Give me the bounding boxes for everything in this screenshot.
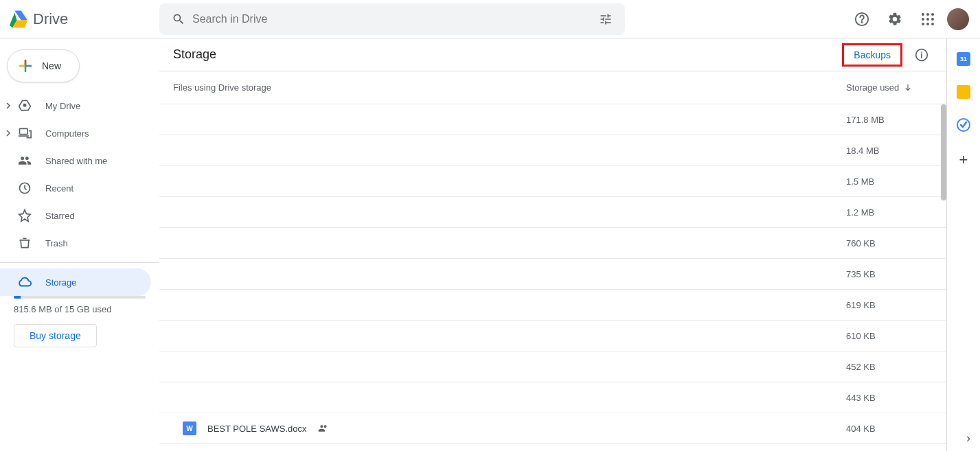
help-icon[interactable] (848, 5, 876, 33)
file-size: 1.5 MB (846, 176, 935, 187)
word-file-icon: W (183, 421, 196, 435)
svg-point-1 (861, 22, 862, 23)
chevron-right-icon (4, 102, 12, 110)
collapse-panel-icon[interactable]: › (966, 431, 970, 446)
storage-used-text: 815.6 MB of 15 GB used (14, 304, 146, 314)
sidebar: New My Drive Computers Shared with me Re… (0, 38, 159, 451)
backups-button[interactable]: Backups (842, 43, 902, 67)
search-icon[interactable] (165, 5, 192, 33)
nav-label: My Drive (45, 101, 80, 111)
file-size: 404 KB (846, 424, 935, 434)
search-bar[interactable] (159, 3, 625, 35)
sidebar-item-shared[interactable]: Shared with me (0, 147, 151, 174)
file-size: 610 KB (846, 331, 935, 341)
column-header: Files using Drive storage Storage used (159, 71, 946, 104)
sidebar-item-starred[interactable]: Starred (0, 202, 151, 229)
sidebar-item-my-drive[interactable]: My Drive (0, 92, 151, 119)
tasks-icon[interactable] (957, 118, 970, 132)
file-size: 18.4 MB (846, 146, 935, 156)
nav-label: Recent (45, 183, 73, 194)
side-panel: 31 + › (947, 38, 980, 451)
avatar[interactable] (947, 8, 969, 30)
sidebar-item-storage[interactable]: Storage (0, 268, 151, 296)
file-size: 171.8 MB (846, 115, 935, 125)
col-storage-label[interactable]: Storage used (846, 82, 935, 93)
keep-icon[interactable] (957, 85, 970, 99)
search-input[interactable] (192, 13, 592, 25)
table-row[interactable]: 760 KB (159, 228, 946, 259)
app-header: Drive (0, 0, 980, 38)
svg-point-3 (926, 13, 929, 16)
app-name: Drive (33, 10, 68, 28)
search-options-icon[interactable] (592, 5, 619, 33)
file-size: 1.2 MB (846, 207, 935, 218)
table-row[interactable]: 171.8 MB (159, 104, 946, 135)
file-size: 452 KB (846, 362, 935, 372)
new-label: New (42, 60, 61, 71)
nav-label: Storage (45, 277, 77, 288)
svg-point-10 (931, 23, 934, 25)
table-row[interactable]: 735 KB (159, 259, 946, 290)
table-row[interactable]: 610 KB (159, 321, 946, 351)
svg-point-11 (23, 104, 25, 106)
table-row[interactable]: 1.2 MB (159, 197, 946, 228)
nav-label: Starred (45, 211, 75, 221)
sidebar-item-trash[interactable]: Trash (0, 229, 151, 257)
recent-icon (16, 180, 33, 196)
cloud-icon (16, 274, 33, 290)
svg-point-4 (931, 13, 934, 16)
svg-point-7 (931, 18, 934, 21)
my-drive-icon (16, 97, 33, 114)
new-button[interactable]: New (7, 49, 80, 82)
scrollbar[interactable] (941, 104, 946, 200)
file-name: BEST POLE SAWS.docx (207, 424, 307, 434)
buy-storage-button[interactable]: Buy storage (14, 324, 97, 347)
svg-point-5 (922, 18, 924, 21)
file-size: 760 KB (846, 238, 935, 248)
calendar-icon[interactable]: 31 (957, 52, 970, 66)
chevron-right-icon (4, 129, 12, 137)
header-actions (848, 5, 975, 33)
shared-badge-icon (318, 423, 329, 434)
add-on-icon[interactable]: + (959, 151, 968, 169)
apps-icon[interactable] (914, 5, 942, 33)
settings-icon[interactable] (881, 5, 909, 33)
nav-label: Trash (45, 238, 68, 248)
svg-point-6 (926, 18, 929, 21)
col-files-label[interactable]: Files using Drive storage (173, 82, 846, 93)
svg-point-2 (922, 13, 924, 16)
star-icon (16, 207, 33, 224)
main-header: Storage Backups (159, 38, 946, 71)
table-row[interactable]: 443 KB (159, 382, 946, 413)
nav-label: Shared with me (45, 156, 107, 166)
trash-icon (16, 235, 33, 251)
table-row[interactable]: 1.5 MB (159, 166, 946, 197)
storage-progress (14, 296, 146, 299)
file-size: 443 KB (846, 393, 935, 403)
arrow-down-icon (903, 83, 913, 93)
sidebar-item-recent[interactable]: Recent (0, 174, 151, 202)
file-size: 619 KB (846, 300, 935, 310)
divider (0, 262, 159, 263)
drive-logo-icon (8, 10, 27, 28)
file-size: 735 KB (846, 269, 935, 279)
nav-label: Computers (45, 128, 89, 139)
plus-icon (17, 58, 34, 74)
table-row[interactable]: WBEST POLE SAWS.docx404 KB (159, 413, 946, 444)
svg-point-9 (926, 23, 929, 25)
main-content: Storage Backups Files using Drive storag… (159, 38, 947, 451)
shared-icon (16, 152, 33, 169)
svg-point-8 (922, 23, 924, 25)
page-title: Storage (173, 47, 842, 62)
table-row[interactable]: 452 KB (159, 351, 946, 382)
logo-area[interactable]: Drive (8, 10, 159, 28)
sidebar-item-computers[interactable]: Computers (0, 119, 151, 147)
table-row[interactable]: 619 KB (159, 290, 946, 321)
info-icon[interactable] (908, 41, 935, 69)
computers-icon (16, 125, 33, 141)
table-row[interactable]: 18.4 MB (159, 135, 946, 166)
svg-rect-12 (20, 128, 28, 134)
file-rows: 171.8 MB18.4 MB1.5 MB1.2 MB760 KB735 KB6… (159, 104, 946, 451)
storage-section: 815.6 MB of 15 GB used Buy storage (0, 296, 159, 347)
